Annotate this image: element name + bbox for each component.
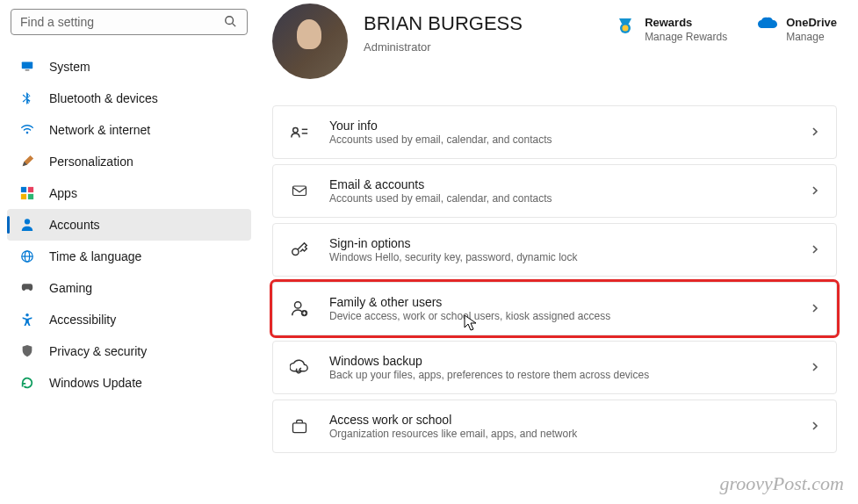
sidebar-item-label: System [49,60,90,74]
sidebar-item-apps[interactable]: Apps [7,177,251,209]
card-subtitle: Accounts used by email, calendar, and co… [329,192,790,205]
svg-rect-5 [28,187,33,192]
svg-point-15 [293,127,299,133]
sidebar-item-label: Personalization [49,155,133,169]
svg-rect-22 [293,422,306,432]
sidebar-item-bluetooth[interactable]: Bluetooth & devices [7,83,251,114]
card-subtitle: Accounts used by email, calendar, and co… [329,133,790,146]
card-windows-backup[interactable]: Windows backup Back up your files, apps,… [272,341,837,394]
card-subtitle: Windows Hello, security key, password, d… [329,251,790,263]
onedrive-icon [757,16,776,35]
svg-line-1 [233,24,236,27]
avatar [272,4,348,79]
sidebar-item-label: Bluetooth & devices [49,91,158,105]
svg-rect-18 [293,186,306,196]
apps-icon [19,185,35,201]
card-email-accounts[interactable]: Email & accounts Accounts used by email,… [272,164,837,218]
user-role: Administrator [364,40,600,54]
sidebar-item-privacy[interactable]: Privacy & security [7,335,251,367]
card-title: Windows backup [329,354,790,368]
rewards-icon [616,16,635,35]
rewards-sub: Manage Rewards [645,31,727,43]
chevron-right-icon [810,184,820,198]
svg-rect-3 [25,69,30,71]
svg-rect-6 [21,194,26,199]
card-title: Your info [329,119,790,133]
wifi-icon [19,122,35,138]
svg-point-14 [623,25,629,32]
svg-point-0 [226,17,234,25]
svg-rect-7 [28,194,33,199]
chevron-right-icon [810,126,820,140]
sidebar-item-windows-update[interactable]: Windows Update [7,367,251,399]
card-your-info[interactable]: Your info Accounts used by email, calend… [272,105,837,159]
sidebar-item-label: Windows Update [49,376,142,390]
sidebar-item-label: Accounts [49,218,100,232]
update-icon [19,375,35,391]
sidebar-item-accounts[interactable]: Accounts [7,209,251,241]
svg-rect-2 [22,62,32,69]
svg-point-20 [295,301,301,307]
search-box[interactable] [11,9,248,35]
chevron-right-icon [810,420,820,434]
onedrive-title: OneDrive [786,16,837,29]
briefcase-icon [289,416,310,437]
chevron-right-icon [810,302,820,316]
sidebar-item-accessibility[interactable]: Accessibility [7,304,251,335]
card-title: Sign-in options [329,236,790,250]
svg-point-19 [292,248,299,255]
accessibility-icon [19,312,35,328]
sidebar-item-system[interactable]: System [7,51,251,83]
chevron-right-icon [810,243,820,257]
key-icon [289,240,310,261]
sidebar-item-label: Network & internet [49,123,150,137]
card-title: Access work or school [329,413,790,427]
sidebar-item-label: Privacy & security [49,344,147,358]
family-icon [289,299,310,320]
bluetooth-icon [19,90,35,106]
sidebar-nav: System Bluetooth & devices Network & int… [7,51,251,399]
sidebar-item-personalization[interactable]: Personalization [7,146,251,177]
onedrive-sub: Manage [786,31,837,43]
monitor-icon [19,59,35,75]
card-family-other-users[interactable]: Family & other users Device access, work… [272,282,837,335]
person-icon [19,217,35,233]
card-access-work-school[interactable]: Access work or school Organization resou… [272,400,837,453]
mail-icon [289,181,310,202]
sidebar-item-label: Time & language [49,249,141,263]
backup-icon [289,357,310,378]
sidebar-item-label: Apps [49,186,77,200]
card-title: Family & other users [329,295,790,309]
card-subtitle: Device access, work or school users, kio… [329,310,790,322]
account-header: BRIAN BURGESS Administrator Rewards Mana… [272,0,837,79]
settings-card-list: Your info Accounts used by email, calend… [272,105,837,453]
card-subtitle: Back up your files, apps, preferences to… [329,369,790,381]
paintbrush-icon [19,154,35,169]
chevron-right-icon [810,361,820,375]
svg-rect-4 [21,187,26,192]
sidebar-item-label: Accessibility [49,313,116,327]
gamepad-icon [19,280,35,296]
shield-icon [19,343,35,359]
sidebar-item-gaming[interactable]: Gaming [7,272,251,304]
rewards-title: Rewards [645,16,727,29]
globe-icon [19,248,35,264]
svg-point-12 [25,313,29,317]
watermark: groovyPost.com [719,472,844,495]
card-subtitle: Organization resources like email, apps,… [329,428,790,440]
search-icon [224,15,238,29]
rewards-link[interactable]: Rewards Manage Rewards [616,16,727,43]
sidebar-item-network[interactable]: Network & internet [7,114,251,146]
card-title: Email & accounts [329,177,790,191]
id-card-icon [289,122,310,143]
onedrive-link[interactable]: OneDrive Manage [757,16,837,43]
sidebar-item-label: Gaming [49,281,92,295]
card-sign-in-options[interactable]: Sign-in options Windows Hello, security … [272,223,837,277]
svg-point-8 [25,219,30,224]
user-name: BRIAN BURGESS [364,12,600,35]
sidebar-item-time-language[interactable]: Time & language [7,241,251,272]
search-input[interactable] [20,15,224,29]
